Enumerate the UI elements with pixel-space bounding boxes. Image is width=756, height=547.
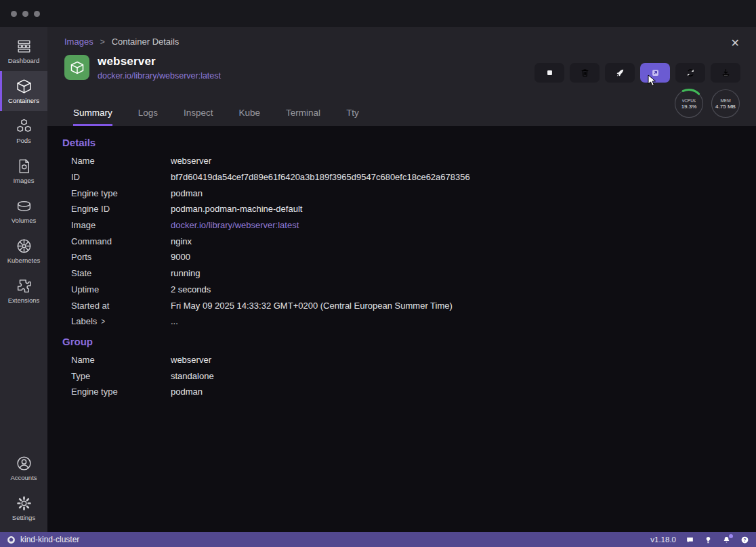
containers-icon [16,78,33,95]
open-browser-icon [650,68,660,78]
tab-summary[interactable]: Summary [73,108,112,126]
kube-context-button[interactable]: kind-kind-cluster [7,535,79,544]
resource-gauges: vCPUs19.3%MEM4.75 MB [673,88,741,119]
tab-kube[interactable]: Kube [239,108,261,126]
detail-value: webserver [171,156,211,166]
container-details-panel: Images > Container Details ✕ webserver d… [47,27,756,532]
sidebar-item-label: Images [13,177,34,184]
sidebar-item-label: Kubernetes [7,257,41,264]
sidebar-item-volumes[interactable]: Volumes [0,191,47,231]
detail-row: Uptime2 seconds [62,282,756,298]
detail-row: Engine typepodman [62,185,756,201]
kube-context-label: kind-kind-cluster [20,535,79,544]
summary-content: DetailsNamewebserverIDbf7d60419da54cef7d… [47,126,756,532]
tab-tty[interactable]: Tty [346,108,359,126]
sidebar-item-label: Containers [8,97,39,104]
toolbar [534,63,740,83]
breadcrumb-images-link[interactable]: Images [64,37,93,47]
chevron-right-icon[interactable]: > [101,317,105,326]
container-status-badge [64,55,89,80]
tab-logs[interactable]: Logs [138,108,158,126]
extensions-icon [16,278,33,294]
sidebar-item-settings[interactable]: Settings [0,488,47,528]
lightbulb-icon [704,535,713,544]
detail-value: standalone [171,371,214,381]
detail-label: Engine ID [71,204,171,214]
app-version: v1.18.0 [650,535,676,544]
status-icons: ? [686,535,749,544]
breadcrumb-current: Container Details [112,37,180,47]
detail-value: ... [171,316,178,326]
restart-button[interactable] [675,63,705,83]
accounts-icon [16,455,33,472]
detail-value: Fri May 09 2025 14:33:32 GMT+0200 (Centr… [171,301,453,311]
tab-inspect[interactable]: Inspect [184,108,213,126]
detail-label: Started at [71,301,171,311]
image-link[interactable]: docker.io/library/webserver:latest [98,71,221,81]
notification-badge [729,534,733,538]
open-browser-button[interactable] [640,63,670,83]
sidebar-item-extensions[interactable]: Extensions [0,271,47,311]
svg-text:?: ? [743,537,746,542]
detail-value: 2 seconds [171,284,211,294]
sidebar-item-containers[interactable]: Containers [0,71,47,111]
export-button[interactable] [711,63,740,83]
lightbulb-button[interactable] [704,535,713,544]
sidebar: DashboardContainersPodsImagesVolumesKube… [0,27,47,532]
delete-button[interactable] [570,63,600,83]
stop-button[interactable] [534,63,564,83]
feedback-icon [686,535,694,544]
sidebar-item-images[interactable]: Images [0,151,47,191]
feedback-button[interactable] [686,535,694,544]
detail-row: Imagedocker.io/library/webserver:latest [62,217,756,234]
gauge-label: MEM [720,98,730,103]
breadcrumb: Images > Container Details [64,37,756,47]
gauge-value: 4.75 MB [715,104,736,110]
sidebar-item-pods[interactable]: Pods [0,111,47,151]
window-minimize-dot[interactable] [22,11,28,17]
vcpus-gauge: vCPUs19.3% [673,88,705,119]
deploy-rocket-button[interactable] [605,63,635,83]
gauge-label: vCPUs [682,98,696,103]
sidebar-item-accounts[interactable]: Accounts [0,448,47,488]
detail-label: Image [71,220,171,230]
detail-row: Engine IDpodman.podman-machine-default [62,201,756,217]
container-cube-icon [69,60,85,76]
mem-gauge: MEM4.75 MB [710,88,741,119]
detail-label[interactable]: Labels> [71,316,171,326]
detail-row: Labels>... [62,313,756,330]
sidebar-item-label: Extensions [8,297,39,304]
bell-button[interactable] [722,535,731,544]
detail-label: Name [71,156,171,166]
detail-row: Staterunning [62,265,756,282]
help-button[interactable]: ? [740,535,749,544]
images-icon [16,158,33,175]
detail-value: running [171,268,200,278]
delete-icon [580,68,590,78]
detail-value: podman.podman-machine-default [171,204,302,214]
window-zoom-dot[interactable] [34,11,40,17]
sidebar-item-label: Dashboard [8,57,39,64]
sidebar-item-dashboard[interactable]: Dashboard [0,31,47,71]
pods-icon [16,118,33,135]
detail-row: Namewebserver [62,153,756,169]
section-heading: Group [62,336,756,347]
detail-value: bf7d60419da54cef7d89e61f6420a3b189f3965d… [171,172,470,182]
dashboard-icon [16,38,33,55]
sidebar-item-kubernetes[interactable]: Kubernetes [0,231,47,271]
detail-label: Uptime [71,284,171,294]
detail-value: podman [171,387,203,397]
detail-row: Commandnginx [62,233,756,249]
sidebar-item-label: Settings [12,514,35,521]
window-close-dot[interactable] [11,11,17,17]
close-icon[interactable]: ✕ [731,38,740,49]
detail-label: Engine type [71,188,171,198]
tab-terminal[interactable]: Terminal [286,108,320,126]
detail-label: Engine type [71,387,171,397]
gauge-value: 19.3% [681,104,697,110]
sidebar-bottom-nav: AccountsSettings [0,448,47,532]
sidebar-item-label: Accounts [10,474,37,481]
detail-header: Images > Container Details ✕ webserver d… [47,27,756,126]
breadcrumb-separator: > [100,37,105,47]
detail-value-link[interactable]: docker.io/library/webserver:latest [171,220,299,230]
